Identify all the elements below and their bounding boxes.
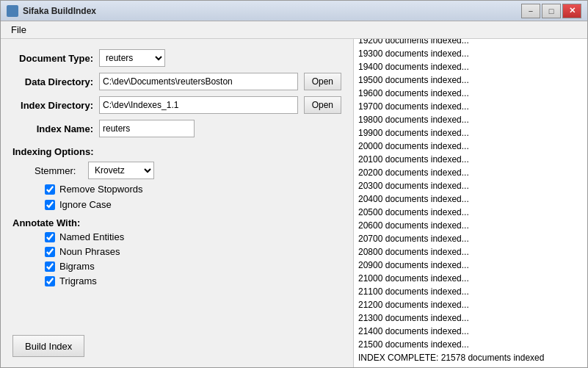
noun-phrases-label: Noun Phrases (59, 246, 120, 257)
log-area[interactable]: 19200 documents indexed...19300 document… (354, 39, 587, 367)
build-index-button[interactable]: Build Index (12, 335, 84, 357)
trigrams-label: Trigrams (59, 275, 97, 286)
log-line: 19900 documents indexed... (358, 126, 583, 140)
ignore-case-row: Ignore Case (12, 199, 341, 210)
doc-type-dropdown-wrapper: reuters trecweb trectext (99, 49, 165, 67)
log-line: 19700 documents indexed... (358, 100, 583, 113)
named-entities-row: Named Entities (45, 231, 341, 242)
annotate-with-label: Annotate With: (12, 217, 80, 228)
index-dir-open-button[interactable]: Open (304, 96, 341, 114)
index-dir-row: Index Directory: Open (12, 96, 341, 114)
data-dir-label: Data Directory: (12, 76, 93, 87)
right-panel: 19200 documents indexed...19300 document… (353, 39, 587, 367)
annotate-items: Named Entities Noun Phrases Bigrams Trig… (12, 231, 341, 286)
window-controls: − □ ✕ (521, 4, 581, 18)
remove-stopwords-label: Remove Stopwords (59, 184, 142, 195)
noun-phrases-row: Noun Phrases (45, 246, 341, 257)
log-line: 20200 documents indexed... (358, 166, 583, 179)
remove-stopwords-row: Remove Stopwords (12, 184, 341, 195)
bigrams-checkbox[interactable] (45, 261, 55, 272)
log-line: 20900 documents indexed... (358, 259, 583, 272)
doc-type-row: Document Type: reuters trecweb trectext (12, 49, 341, 67)
close-button[interactable]: ✕ (562, 4, 581, 18)
data-dir-open-button[interactable]: Open (304, 73, 341, 90)
log-line: 20500 documents indexed... (358, 206, 583, 219)
remove-stopwords-checkbox[interactable] (45, 184, 55, 195)
trigrams-row: Trigrams (45, 275, 341, 286)
minimize-button[interactable]: − (521, 4, 540, 18)
log-line: 19800 documents indexed... (358, 113, 583, 126)
index-name-row: Index Name: (12, 120, 341, 137)
index-name-label: Index Name: (12, 123, 93, 134)
log-line: 21300 documents indexed... (358, 311, 583, 325)
log-line: 21200 documents indexed... (358, 298, 583, 311)
indexing-options-section: Indexing Options: Stemmer: Krovetz Porte… (12, 143, 341, 210)
maximize-button[interactable]: □ (542, 4, 561, 18)
log-line: INDEX COMPLETE: 21578 documents indexed (358, 351, 583, 364)
named-entities-checkbox[interactable] (45, 232, 55, 242)
annotate-section: Annotate With: Named Entities Noun Phras… (12, 217, 341, 286)
log-line: 20600 documents indexed... (358, 219, 583, 232)
log-line: 20100 documents indexed... (358, 153, 583, 166)
log-line: 21400 documents indexed... (358, 325, 583, 338)
log-line: 19300 documents indexed... (358, 47, 583, 60)
data-dir-row: Data Directory: Open (12, 73, 341, 90)
title-bar: Sifaka BuildIndex − □ ✕ (1, 1, 587, 21)
log-line: 20000 documents indexed... (358, 140, 583, 153)
log-line: 20300 documents indexed... (358, 179, 583, 192)
log-line: 19400 documents indexed... (358, 60, 583, 73)
app-icon (7, 5, 18, 17)
trigrams-checkbox[interactable] (45, 276, 55, 286)
named-entities-label: Named Entities (59, 231, 124, 242)
bigrams-label: Bigrams (59, 261, 95, 272)
log-line: 21000 documents indexed... (358, 272, 583, 285)
log-line: 20400 documents indexed... (358, 192, 583, 206)
stemmer-label: Stemmer: (35, 165, 82, 176)
ignore-case-checkbox[interactable] (45, 200, 55, 210)
log-line: 20700 documents indexed... (358, 232, 583, 245)
log-line: 19200 documents indexed... (358, 39, 583, 47)
index-dir-label: Index Directory: (12, 100, 93, 111)
title-bar-left: Sifaka BuildIndex (7, 5, 96, 17)
indexing-options-label: Indexing Options: (12, 146, 341, 157)
doc-type-label: Document Type: (12, 53, 93, 64)
menu-bar: File (1, 21, 587, 39)
data-dir-input[interactable] (99, 73, 298, 90)
log-line: 19600 documents indexed... (358, 87, 583, 100)
log-line: 20800 documents indexed... (358, 245, 583, 259)
index-dir-input[interactable] (99, 96, 298, 114)
ignore-case-label: Ignore Case (59, 199, 112, 210)
window-title: Sifaka BuildIndex (23, 6, 96, 16)
file-menu[interactable]: File (7, 23, 31, 37)
main-window: Sifaka BuildIndex − □ ✕ File Document Ty… (0, 0, 588, 368)
bigrams-row: Bigrams (45, 261, 341, 272)
log-line: 21500 documents indexed... (358, 338, 583, 351)
doc-type-select[interactable]: reuters trecweb trectext (99, 49, 165, 67)
noun-phrases-checkbox[interactable] (45, 247, 55, 257)
log-line: 19500 documents indexed... (358, 73, 583, 87)
main-content: Document Type: reuters trecweb trectext … (1, 39, 587, 367)
stemmer-row: Stemmer: Krovetz Porter None (12, 162, 341, 179)
index-name-input[interactable] (99, 120, 195, 137)
build-btn-container: Build Index (12, 328, 341, 357)
left-panel: Document Type: reuters trecweb trectext … (1, 39, 353, 367)
stemmer-select[interactable]: Krovetz Porter None (88, 162, 154, 179)
log-line: 21100 documents indexed... (358, 285, 583, 298)
